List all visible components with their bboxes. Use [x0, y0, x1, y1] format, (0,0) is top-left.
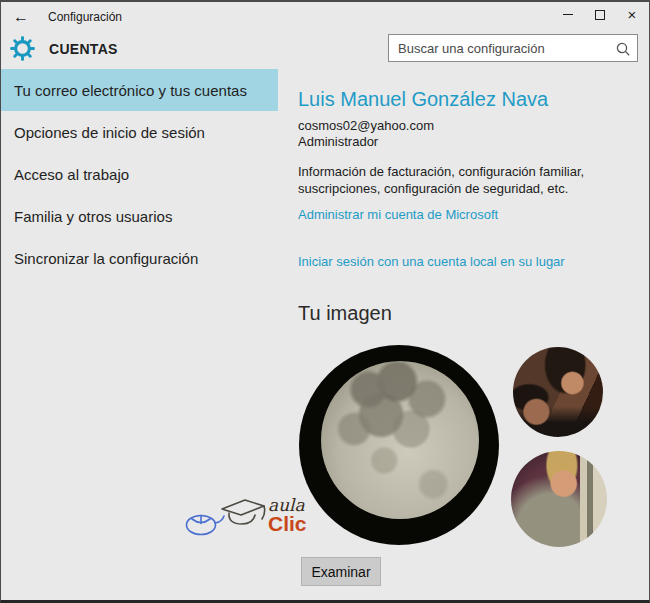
minimize-icon	[563, 14, 573, 15]
aulaclic-watermark: aula Clic	[184, 489, 307, 541]
sidebar-item-label: Opciones de inicio de sesión	[14, 124, 205, 141]
close-icon: ×	[628, 7, 637, 22]
account-description: Información de facturación, configuració…	[298, 163, 643, 197]
gear-icon	[10, 36, 35, 65]
search-input[interactable]	[389, 35, 637, 61]
manage-account-link[interactable]: Administrar mi cuenta de Microsoft	[298, 207, 498, 222]
account-name: Luis Manuel González Nava	[298, 88, 548, 111]
browse-button[interactable]: Examinar	[301, 557, 381, 586]
previous-picture-1[interactable]	[513, 347, 603, 437]
search-icon[interactable]	[615, 41, 631, 61]
maximize-button[interactable]	[584, 2, 616, 27]
sidebar-item-label: Acceso al trabajo	[14, 166, 129, 183]
sidebar-item-work-access[interactable]: Acceso al trabajo	[1, 153, 278, 195]
sidebar-item-email-accounts[interactable]: Tu correo electrónico y tus cuentas	[1, 69, 278, 111]
account-email: cosmos02@yahoo.com	[298, 118, 434, 133]
account-role: Administrador	[298, 134, 378, 149]
back-button[interactable]: ←	[7, 4, 35, 29]
moon-image	[321, 361, 479, 519]
window-controls: ×	[552, 2, 648, 27]
sidebar-item-label: Sincronizar la configuración	[14, 250, 198, 267]
search-box	[388, 34, 638, 62]
sidebar-item-label: Familia y otros usuarios	[14, 208, 172, 225]
sidebar: Tu correo electrónico y tus cuentas Opci…	[1, 69, 278, 279]
sidebar-item-label: Tu correo electrónico y tus cuentas	[14, 82, 247, 99]
titlebar: ← Configuración ×	[1, 2, 649, 32]
current-profile-picture-moon	[299, 345, 499, 545]
minimize-button[interactable]	[552, 2, 584, 27]
previous-picture-2[interactable]	[511, 451, 607, 547]
sidebar-item-signin-options[interactable]: Opciones de inicio de sesión	[1, 111, 278, 153]
aulaclic-logo-icon	[184, 489, 266, 541]
sidebar-item-family-users[interactable]: Familia y otros usuarios	[1, 195, 278, 237]
picture-section-title: Tu imagen	[298, 302, 392, 325]
back-arrow-icon: ←	[13, 8, 29, 26]
settings-window: ← Configuración ×	[0, 0, 650, 603]
close-button[interactable]: ×	[616, 2, 648, 27]
page-title: CUENTAS	[49, 41, 118, 57]
local-account-link[interactable]: Iniciar sesión con una cuenta local en s…	[298, 254, 565, 269]
sidebar-item-sync-settings[interactable]: Sincronizar la configuración	[1, 237, 278, 279]
logo-clic-text: Clic	[268, 514, 307, 534]
aulaclic-logo-text: aula Clic	[268, 496, 307, 534]
maximize-icon	[595, 10, 605, 20]
window-title: Configuración	[48, 10, 122, 24]
